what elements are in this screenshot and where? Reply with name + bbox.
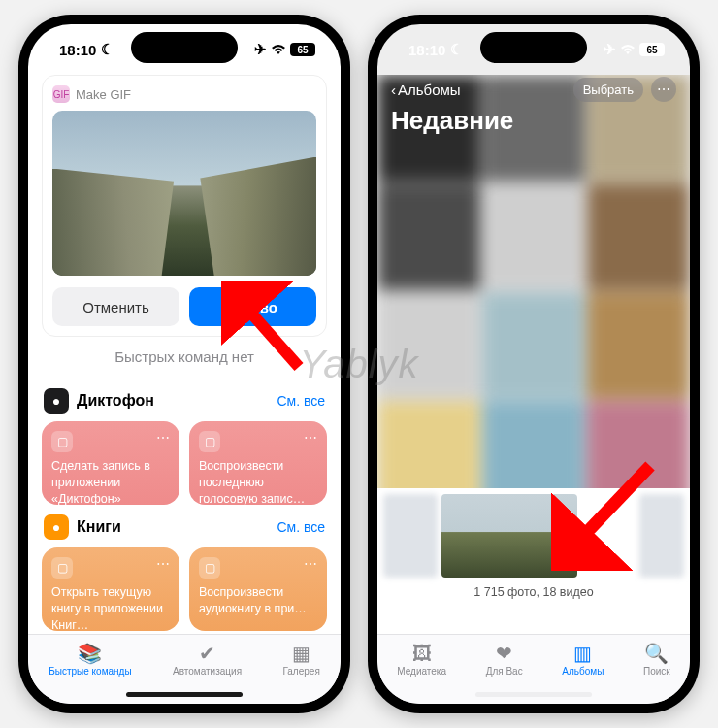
- tab-label: Альбомы: [562, 666, 604, 677]
- tab-icon: ▥: [573, 643, 592, 664]
- back-label: Альбомы: [398, 82, 461, 98]
- tile-label: Воспроизвести последнюю голосовую запис…: [199, 458, 317, 505]
- wifi-icon: [271, 42, 286, 58]
- tab-icon: ▦: [292, 643, 310, 664]
- ellipsis-icon: ⋯: [657, 82, 670, 97]
- tile-label: Воспроизвести аудиокнигу в при…: [199, 584, 317, 617]
- ellipsis-icon[interactable]: ⋯: [304, 429, 317, 447]
- tab-Альбомы[interactable]: ▥Альбомы: [562, 643, 604, 677]
- gif-preview-image: [52, 111, 316, 276]
- select-button[interactable]: Выбрать: [573, 78, 643, 102]
- tab-Для Вас[interactable]: ❤︎Для Вас: [486, 643, 523, 677]
- tab-label: Быстрые команды: [49, 666, 131, 677]
- tab-label: Поиск: [643, 666, 670, 677]
- tile-label: Открыть текущую книгу в приложении Книг…: [51, 584, 170, 631]
- photo-thumbnail[interactable]: [383, 494, 438, 578]
- tab-icon: 🔍: [644, 643, 669, 664]
- home-indicator: [126, 692, 243, 697]
- tile-label: Сделать запись в приложении «Диктофон»: [51, 458, 170, 505]
- ellipsis-icon[interactable]: ⋯: [156, 429, 170, 447]
- see-all-link[interactable]: См. все: [277, 519, 325, 535]
- album-title: Недавние: [391, 106, 676, 136]
- shortcut-tile[interactable]: ▢ ⋯ Сделать запись в приложении «Диктофо…: [42, 421, 180, 505]
- tab-Медиатека[interactable]: 🖼Медиатека: [397, 643, 446, 677]
- tile-app-icon: ▢: [51, 431, 73, 452]
- section-title: Книги: [77, 518, 121, 536]
- tab-icon: 📚: [78, 643, 102, 664]
- airplane-icon: ✈︎: [604, 41, 616, 58]
- status-time: 18:10: [408, 42, 445, 58]
- empty-shortcuts-label: Быстрых команд нет: [42, 348, 327, 365]
- tab-label: Автоматизация: [173, 666, 242, 677]
- shortcut-tile[interactable]: ▢ ⋯ Воспроизвести последнюю голосовую за…: [189, 421, 327, 505]
- gif-preview-card: GIF Make GIF Отменить Готово: [42, 75, 327, 337]
- watermark: Yablyk: [299, 343, 418, 386]
- battery-icon: 65: [290, 43, 315, 56]
- battery-icon: 65: [639, 43, 665, 56]
- tile-app-icon: ▢: [199, 431, 220, 452]
- tab-label: Медиатека: [397, 666, 446, 677]
- airplane-icon: ✈︎: [254, 41, 267, 58]
- more-button[interactable]: ⋯: [651, 77, 676, 102]
- tab-Галерея[interactable]: ▦Галерея: [282, 643, 319, 677]
- ellipsis-icon[interactable]: ⋯: [304, 555, 317, 574]
- make-gif-icon: GIF: [52, 85, 70, 103]
- section-title: Диктофон: [77, 392, 154, 410]
- tab-Поиск[interactable]: 🔍Поиск: [643, 643, 670, 677]
- ellipsis-icon[interactable]: ⋯: [156, 555, 170, 574]
- tab-bar: 🖼Медиатека❤︎Для Вас▥Альбомы🔍Поиск: [377, 634, 690, 704]
- tile-app-icon: ▢: [199, 557, 220, 579]
- tab-label: Для Вас: [486, 666, 523, 677]
- moon-icon: ☾: [101, 41, 114, 58]
- photo-thumbnail[interactable]: [639, 494, 684, 578]
- tile-app-icon: ▢: [51, 557, 73, 579]
- tab-icon: 🖼: [412, 643, 432, 664]
- dynamic-island: [480, 32, 587, 63]
- tab-Быстрые команды[interactable]: 📚Быстрые команды: [49, 643, 131, 677]
- tab-icon: ✔︎: [199, 643, 215, 664]
- moon-icon: ☾: [450, 41, 463, 58]
- tab-Автоматизация[interactable]: ✔︎Автоматизация: [173, 643, 242, 677]
- cancel-button[interactable]: Отменить: [52, 287, 180, 326]
- card-app-name: Make GIF: [76, 87, 131, 102]
- see-all-link[interactable]: См. все: [277, 393, 325, 409]
- section-app-icon: ●: [44, 388, 69, 414]
- wifi-icon: [620, 42, 636, 58]
- tab-icon: ❤︎: [496, 643, 512, 664]
- chevron-left-icon: ‹: [391, 82, 396, 98]
- dynamic-island: [131, 32, 238, 63]
- status-time: 18:10: [59, 42, 96, 58]
- recent-thumbnails-strip: 1 715 фото, 18 видео: [377, 488, 690, 634]
- shortcut-tile[interactable]: ▢ ⋯ Открыть текущую книгу в приложении К…: [42, 547, 180, 631]
- shortcut-tile[interactable]: ▢ ⋯ Воспроизвести аудиокнигу в при…: [189, 547, 327, 631]
- photo-count-label: 1 715 фото, 18 видео: [383, 585, 684, 599]
- back-button[interactable]: ‹ Альбомы: [391, 82, 461, 98]
- photo-thumbnail-gif[interactable]: [441, 494, 577, 578]
- section-app-icon: ●: [44, 514, 69, 540]
- tab-label: Галерея: [282, 666, 319, 677]
- done-button[interactable]: Готово: [189, 287, 316, 326]
